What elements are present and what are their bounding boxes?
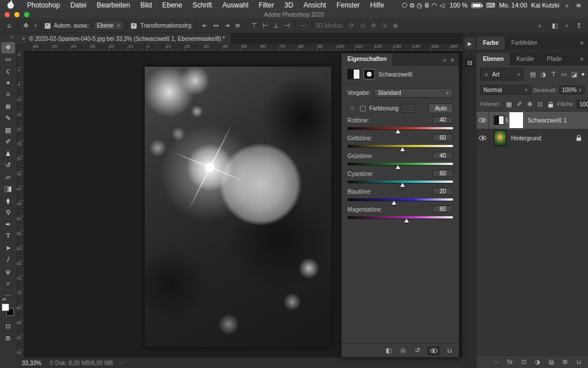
brush-tool[interactable]: ✐ [1, 136, 15, 148]
panel-menu-icon[interactable]: ≡ [451, 57, 454, 63]
frame-tool[interactable]: ⊠ [1, 101, 15, 112]
hand-tool[interactable]: ψ [1, 266, 15, 277]
slider-thumb[interactable] [400, 147, 405, 151]
menu-photoshop[interactable]: Photoshop [22, 1, 65, 9]
slider-thumb[interactable] [404, 218, 409, 223]
display-mirroring-icon[interactable]: ⧉ [408, 1, 416, 10]
slider-track[interactable] [347, 216, 453, 219]
layer-row-hintergrund[interactable]: Hintergrund [477, 129, 588, 147]
shape-app-icon[interactable]: ⎔ [401, 1, 408, 10]
layer-visibility-icon[interactable] [477, 129, 489, 147]
window-title-bar[interactable]: Adobe Photoshop 2020 [0, 10, 588, 18]
tab-farbfelder[interactable]: Farbfelder [505, 37, 544, 49]
opacity-field[interactable]: 100% ∨ [559, 86, 585, 94]
layer-style-icon[interactable]: fx [505, 358, 514, 367]
fill-field[interactable]: 100% ∨ [577, 100, 588, 109]
user-name-label[interactable]: Kai Kutzki [531, 2, 559, 9]
layer-mask-thumbnail[interactable] [509, 112, 523, 128]
tab-ebenen[interactable]: Ebenen [477, 53, 510, 66]
collapse-panel-icon[interactable]: » [443, 57, 447, 63]
menu-auswahl[interactable]: Auswahl [217, 1, 253, 9]
color-swatches[interactable]: ⇄ [2, 304, 14, 317]
document-canvas-image[interactable] [145, 67, 331, 347]
align-right-icon[interactable]: ⇥ [222, 21, 231, 30]
link-layers-icon[interactable]: ∞ [492, 358, 501, 367]
slider-value-field[interactable]: 60 [432, 134, 453, 141]
menu-bild[interactable]: Bild [135, 1, 157, 9]
clip-to-layer-icon[interactable]: ◧ [384, 346, 393, 355]
toggle-previous-state-icon[interactable]: ◎ [399, 346, 408, 355]
slider-value-field[interactable]: 60 [432, 170, 453, 177]
menu-datei[interactable]: Datei [65, 1, 91, 9]
gradient-tool[interactable] [1, 183, 15, 195]
targeted-adjustment-icon[interactable]: ☟ [347, 104, 357, 113]
tint-color-swatch[interactable] [402, 104, 415, 113]
more-align-options-icon[interactable]: ⋯ [299, 21, 308, 30]
eraser-tool[interactable]: ▱ [1, 171, 15, 183]
new-layer-icon[interactable]: ⊞ [560, 358, 570, 367]
delete-adjustment-icon[interactable]: ⊔ [445, 346, 454, 355]
move-tool[interactable]: ✥ [1, 42, 15, 53]
expand-panels-icon[interactable]: ▶ [465, 38, 475, 49]
eyedropper-tool[interactable]: ✎ [1, 113, 15, 124]
auto-button[interactable]: Auto [428, 103, 453, 113]
filter-type-layers-icon[interactable]: T [549, 70, 558, 79]
blend-mode-dropdown[interactable]: Normal ∨ [480, 85, 531, 95]
mask-properties-icon[interactable] [363, 69, 375, 79]
blur-tool[interactable]: ⧫ [1, 195, 15, 206]
share-image-icon[interactable]: ↥ [574, 21, 583, 30]
menu-ansicht[interactable]: Ansicht [299, 1, 331, 9]
h-ruler[interactable]: 6050403020100102030405060708090100110120… [16, 44, 463, 52]
slider-value-field[interactable]: 20 [432, 187, 453, 195]
transform-controls-checkbox[interactable] [131, 23, 137, 29]
workspace-chevron-icon[interactable]: ∨ [565, 23, 568, 28]
tab-pfade[interactable]: Pfade [540, 53, 568, 66]
document-tab[interactable]: × © 2020-02-Spanien-040-5.jpg bei 33,3% … [16, 33, 231, 44]
zoom-tool[interactable]: ⌕ [1, 278, 15, 289]
zoom-level-field[interactable]: 33,33% [22, 360, 41, 366]
home-icon[interactable]: ⌂ [5, 21, 14, 30]
clock-label[interactable]: Mo. 14:00 [499, 2, 527, 9]
input-source-icon[interactable]: ⌨ [486, 1, 495, 10]
menu-ebene[interactable]: Ebene [157, 1, 187, 9]
adjustment-layer-thumbnail[interactable] [494, 116, 504, 125]
menu-fenster[interactable]: Fenster [331, 1, 365, 9]
foreground-color-swatch[interactable] [2, 304, 9, 311]
tab-farbe[interactable]: Farbe [477, 37, 505, 49]
filter-adjustment-layers-icon[interactable]: ◑ [539, 70, 548, 79]
slider-thumb[interactable] [396, 165, 400, 169]
layer-thumbnail[interactable] [494, 130, 506, 146]
line-tool[interactable]: ∕ [1, 254, 15, 266]
lasso-tool[interactable]: ϛ [1, 66, 15, 77]
screen-mode-icon[interactable]: ⧉ [3, 334, 13, 343]
slider-track[interactable] [347, 163, 453, 166]
layer-row-schwarzweiss[interactable]: § Schwarzweiß 1 [477, 112, 588, 129]
bluetooth-icon[interactable]: Ƀ [423, 1, 431, 10]
lock-all-icon[interactable] [546, 99, 555, 109]
align-bottom-icon[interactable]: ⊥ [272, 21, 281, 30]
slider-value-field[interactable]: 40 [432, 152, 453, 159]
menu-3d[interactable]: 3D [279, 1, 298, 9]
slider-value-field[interactable]: 40 [432, 116, 453, 124]
filter-pixel-layers-icon[interactable]: ▤ [528, 70, 537, 79]
preset-dropdown[interactable]: Standard ∨ [374, 88, 453, 98]
menu-filter[interactable]: Filter [254, 1, 280, 9]
slider-track[interactable] [347, 198, 453, 201]
clock-app-icon[interactable]: ◷ [416, 1, 423, 10]
lock-artboard-icon[interactable]: ⊡ [536, 99, 545, 109]
layer-visibility-icon[interactable] [477, 112, 489, 129]
add-layer-mask-icon[interactable]: ⊡ [519, 358, 528, 367]
panel-menu-icon[interactable]: ≡ [575, 53, 588, 66]
slider-track[interactable] [347, 127, 453, 130]
quick-mask-icon[interactable]: ⊡ [3, 322, 13, 331]
tool-preset-chevron-icon[interactable]: ∨ [34, 23, 37, 28]
menu-schrift[interactable]: Schrift [187, 1, 217, 9]
tab-kanaele[interactable]: Kanäle [510, 53, 540, 66]
battery-icon[interactable] [471, 3, 482, 8]
slider-track[interactable] [347, 145, 453, 148]
spotlight-search-icon[interactable]: ⌕ [563, 1, 571, 10]
healing-brush-tool[interactable]: ▧ [1, 124, 15, 136]
lock-pixels-icon[interactable]: ✐ [515, 99, 524, 109]
pen-tool[interactable]: ✒ [1, 218, 15, 230]
properties-panel-dock-icon[interactable]: ⊟ [465, 57, 475, 68]
